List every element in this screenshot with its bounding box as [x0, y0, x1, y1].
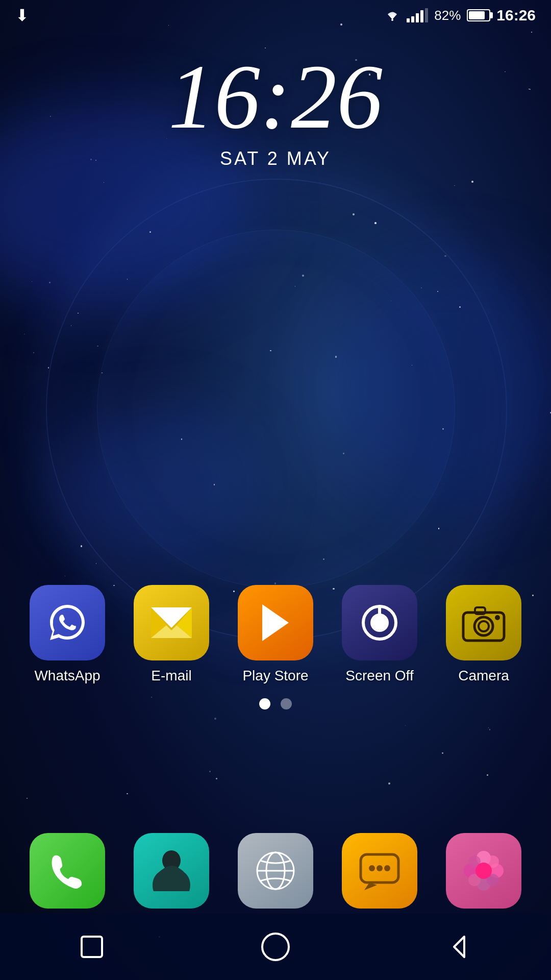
app-icon-whatsapp — [30, 585, 105, 660]
app-item-screenoff[interactable]: Screen Off — [335, 585, 424, 684]
svg-point-11 — [474, 617, 493, 635]
page-dot-2[interactable] — [281, 698, 292, 709]
app-item-email[interactable]: E-mail — [127, 585, 216, 684]
page-dots — [0, 698, 551, 709]
svg-rect-9 — [378, 605, 381, 615]
svg-point-12 — [479, 621, 489, 631]
signal-bar-5 — [425, 8, 428, 22]
svg-marker-6 — [262, 604, 289, 641]
status-bar: ⬇ 82% 16:26 — [0, 0, 551, 31]
main-app-row: WhatsApp E-mail Play Store Screen Off — [0, 585, 551, 684]
status-left: ⬇ — [15, 6, 29, 25]
status-right: 82% 16:26 — [384, 7, 536, 24]
clock-container: 16:26 SAT 2 MAY — [0, 51, 551, 169]
app-item-playstore[interactable]: Play Store — [231, 585, 320, 684]
signal-bar-2 — [411, 16, 414, 22]
dock-item-chat[interactable] — [335, 833, 424, 909]
app-icon-email — [134, 585, 209, 660]
app-label-camera: Camera — [458, 668, 509, 684]
dock-icon-flower — [446, 833, 521, 909]
dock-icon-phone — [30, 833, 105, 909]
app-item-camera[interactable]: Camera — [439, 585, 529, 684]
home-button[interactable] — [255, 926, 296, 967]
svg-point-21 — [377, 865, 383, 871]
dock-item-flower[interactable] — [439, 833, 529, 909]
dock-icon-browser — [238, 833, 313, 909]
battery-percentage: 82% — [434, 8, 461, 23]
app-label-playstore: Play Store — [242, 668, 308, 684]
clock-time: 16:26 — [168, 51, 383, 143]
app-label-email: E-mail — [151, 668, 191, 684]
signal-bar-4 — [420, 10, 423, 22]
signal-bars — [407, 8, 428, 22]
nav-bar — [0, 914, 551, 980]
app-icon-screenoff — [342, 585, 417, 660]
dock-app-row — [0, 833, 551, 909]
svg-point-31 — [475, 863, 492, 879]
svg-point-22 — [384, 865, 390, 871]
status-time: 16:26 — [496, 7, 536, 24]
back-button[interactable] — [439, 926, 480, 967]
signal-bar-1 — [407, 18, 410, 22]
svg-rect-13 — [475, 607, 485, 614]
svg-rect-32 — [82, 937, 102, 957]
page-dot-1[interactable] — [259, 698, 270, 709]
app-label-screenoff: Screen Off — [345, 668, 413, 684]
battery-icon — [467, 9, 490, 21]
app-icon-playstore — [238, 585, 313, 660]
app-icon-camera — [446, 585, 521, 660]
dock-item-browser[interactable] — [231, 833, 320, 909]
app-label-whatsapp: WhatsApp — [34, 668, 100, 684]
svg-point-8 — [370, 614, 389, 632]
clock-date: SAT 2 MAY — [220, 148, 331, 169]
svg-point-14 — [495, 615, 500, 620]
svg-point-33 — [262, 934, 289, 960]
recents-button[interactable] — [71, 926, 112, 967]
signal-bar-3 — [416, 13, 419, 22]
app-item-whatsapp[interactable]: WhatsApp — [23, 585, 112, 684]
svg-marker-34 — [454, 937, 464, 957]
download-icon: ⬇ — [15, 6, 29, 25]
dock-item-silhouette[interactable] — [127, 833, 216, 909]
dock-icon-chat — [342, 833, 417, 909]
wifi-icon — [384, 8, 400, 22]
dock-item-phone[interactable] — [23, 833, 112, 909]
svg-point-0 — [391, 19, 393, 21]
svg-point-20 — [369, 865, 375, 871]
dock-icon-silhouette — [134, 833, 209, 909]
battery-fill — [469, 11, 485, 19]
